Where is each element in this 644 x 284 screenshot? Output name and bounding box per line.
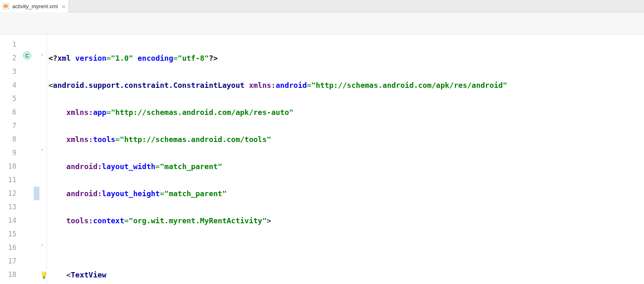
close-icon[interactable]: × bbox=[62, 3, 66, 10]
code-line: xmlns:app="http://schemas.android.com/ap… bbox=[48, 105, 644, 119]
line-number: 13 bbox=[0, 200, 16, 214]
fold-toggle-icon[interactable]: ▾ bbox=[40, 147, 44, 152]
code-editor[interactable]: 1 2 3 4 5 6 7 8 9 10 11 12 13 14 15 16 1… bbox=[0, 34, 644, 284]
class-marker-icon[interactable]: C bbox=[23, 51, 31, 60]
line-number: 8 bbox=[0, 133, 16, 146]
tab-filename: activity_myrent.xml bbox=[12, 3, 58, 9]
code-line: xmlns:tools="http://schemas.android.com/… bbox=[48, 133, 644, 146]
line-number: 9 bbox=[0, 146, 16, 160]
line-number: 1 bbox=[0, 38, 16, 51]
code-line: <TextView bbox=[48, 268, 644, 282]
fold-end-icon: ▴ bbox=[40, 242, 44, 247]
line-number: 14 bbox=[0, 214, 16, 227]
code-area[interactable]: <?xml version="1.0" encoding="utf-8"?> <… bbox=[47, 34, 644, 284]
selection-highlight bbox=[34, 187, 39, 200]
xml-file-icon: ◇ bbox=[2, 2, 10, 10]
code-line bbox=[48, 241, 644, 254]
line-number: 4 bbox=[0, 78, 16, 92]
line-number: 6 bbox=[0, 105, 16, 119]
code-line: <android.support.constraint.ConstraintLa… bbox=[48, 78, 644, 92]
tab-bar: ◇ activity_myrent.xml × bbox=[0, 0, 644, 12]
line-number: 12 bbox=[0, 187, 16, 200]
line-number: 3 bbox=[0, 65, 16, 78]
line-number: 7 bbox=[0, 119, 16, 133]
line-number: 17 bbox=[0, 254, 16, 268]
line-number: 18 bbox=[0, 268, 16, 282]
line-number: 5 bbox=[0, 92, 16, 105]
gutter-markers: C bbox=[21, 34, 34, 284]
breadcrumb-bar bbox=[0, 12, 644, 34]
line-number: 15 bbox=[0, 227, 16, 241]
fold-toggle-icon[interactable]: ▾ bbox=[40, 53, 44, 57]
lightbulb-icon[interactable]: 💡 bbox=[40, 268, 48, 282]
code-line: tools:context="org.wit.myrent.MyRentActi… bbox=[48, 214, 644, 227]
code-line: <?xml version="1.0" encoding="utf-8"?> bbox=[48, 51, 644, 65]
selection-gutter bbox=[34, 34, 39, 284]
line-number-gutter: 1 2 3 4 5 6 7 8 9 10 11 12 13 14 15 16 1… bbox=[0, 34, 21, 284]
editor-tab-active[interactable]: ◇ activity_myrent.xml × bbox=[0, 0, 69, 12]
line-number: 11 bbox=[0, 173, 16, 187]
code-line: android:layout_height="match_parent" bbox=[48, 187, 644, 200]
line-number: 16 bbox=[0, 241, 16, 254]
line-number: 2 bbox=[0, 51, 16, 65]
code-line: android:layout_width="match_parent" bbox=[48, 160, 644, 173]
fold-gutter: ▾ ▾ ▴ ▴ 💡 bbox=[39, 34, 47, 284]
line-number: 10 bbox=[0, 160, 16, 173]
